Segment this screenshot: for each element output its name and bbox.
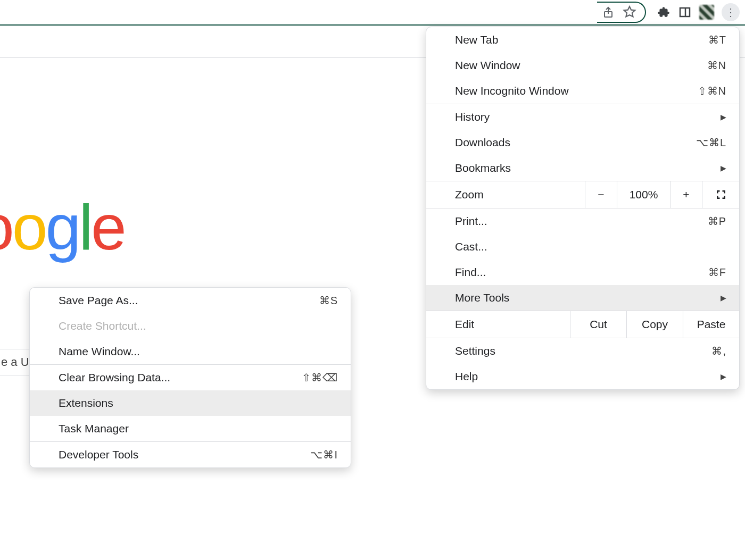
zoom-level: 100% (617, 181, 670, 208)
menu-label: Zoom (426, 181, 585, 208)
menu-label: Extensions (59, 397, 113, 409)
menu-shortcut: ⇧⌘⌫ (302, 371, 338, 384)
menu-shortcut: ⌘N (707, 59, 726, 72)
menu-shortcut: ⌘T (708, 34, 726, 46)
menu-more-tools[interactable]: More Tools ▶ (426, 285, 739, 311)
menu-label: Task Manager (59, 422, 129, 435)
menu-history[interactable]: History ▶ (426, 104, 739, 130)
fullscreen-button[interactable] (702, 181, 739, 208)
more-tools-submenu: Save Page As... ⌘S Create Shortcut... Na… (29, 287, 351, 468)
menu-label: Developer Tools (59, 448, 138, 461)
menu-label: Bookmarks (455, 162, 511, 174)
menu-label: New Tab (455, 34, 498, 46)
browser-toolbar: ⋮ (0, 0, 745, 26)
menu-label: Downloads (455, 136, 510, 149)
bookmark-star-icon[interactable] (623, 5, 636, 19)
chevron-right-icon: ▶ (721, 294, 726, 302)
menu-label: Find... (455, 266, 486, 279)
edit-copy-button[interactable]: Copy (626, 311, 683, 338)
submenu-developer-tools[interactable]: Developer Tools ⌥⌘I (30, 442, 351, 467)
extensions-puzzle-icon[interactable] (657, 5, 670, 19)
submenu-create-shortcut: Create Shortcut... (30, 313, 351, 339)
menu-label: Cast... (455, 240, 487, 253)
submenu-name-window[interactable]: Name Window... (30, 339, 351, 364)
menu-label: Clear Browsing Data... (59, 371, 170, 384)
menu-label: New Incognito Window (455, 85, 569, 97)
menu-find[interactable]: Find... ⌘F (426, 260, 739, 285)
zoom-in-button[interactable]: + (670, 181, 702, 208)
menu-shortcut: ⌘F (708, 266, 726, 279)
menu-new-window[interactable]: New Window ⌘N (426, 53, 739, 78)
menu-label: Settings (455, 345, 495, 357)
google-logo: oogle (0, 190, 125, 264)
search-box-fragment[interactable]: e a U (0, 349, 32, 375)
chevron-right-icon: ▶ (721, 113, 726, 121)
edit-cut-button[interactable]: Cut (570, 311, 626, 338)
menu-print[interactable]: Print... ⌘P (426, 208, 739, 234)
menu-label: Name Window... (59, 345, 140, 358)
profile-avatar[interactable] (699, 5, 714, 20)
menu-label: Create Shortcut... (59, 320, 146, 332)
menu-label: More Tools (455, 291, 509, 304)
omnibox-actions (597, 2, 646, 23)
menu-zoom-row: Zoom − 100% + (426, 181, 739, 208)
zoom-out-button[interactable]: − (585, 181, 617, 208)
edit-paste-button[interactable]: Paste (683, 311, 739, 338)
submenu-clear-browsing-data[interactable]: Clear Browsing Data... ⇧⌘⌫ (30, 365, 351, 390)
menu-shortcut: ⌘, (711, 345, 726, 357)
side-panel-icon[interactable] (678, 5, 692, 19)
menu-label: History (455, 111, 490, 123)
menu-shortcut: ⌘S (319, 294, 338, 307)
menu-shortcut: ⌥⌘L (696, 136, 726, 149)
menu-shortcut: ⌘P (708, 215, 726, 228)
chrome-main-menu: New Tab ⌘T New Window ⌘N New Incognito W… (426, 27, 740, 390)
menu-settings[interactable]: Settings ⌘, (426, 338, 739, 364)
menu-label: Save Page As... (59, 294, 138, 307)
menu-new-tab[interactable]: New Tab ⌘T (426, 27, 739, 53)
menu-cast[interactable]: Cast... (426, 234, 739, 260)
menu-label: New Window (455, 59, 520, 72)
share-icon[interactable] (601, 5, 615, 19)
menu-label: Edit (426, 311, 570, 338)
chevron-right-icon: ▶ (721, 164, 726, 172)
menu-label: Help (455, 370, 478, 383)
menu-help[interactable]: Help ▶ (426, 364, 739, 389)
submenu-save-page[interactable]: Save Page As... ⌘S (30, 288, 351, 313)
submenu-task-manager[interactable]: Task Manager (30, 416, 351, 441)
menu-shortcut: ⌥⌘I (310, 448, 338, 461)
menu-label: Print... (455, 215, 487, 228)
menu-edit-row: Edit Cut Copy Paste (426, 311, 739, 338)
menu-shortcut: ⇧⌘N (698, 85, 726, 97)
kebab-menu-icon[interactable]: ⋮ (722, 3, 740, 21)
submenu-extensions[interactable]: Extensions (30, 390, 351, 416)
menu-bookmarks[interactable]: Bookmarks ▶ (426, 155, 739, 181)
menu-new-incognito[interactable]: New Incognito Window ⇧⌘N (426, 78, 739, 104)
menu-downloads[interactable]: Downloads ⌥⌘L (426, 130, 739, 155)
chevron-right-icon: ▶ (721, 372, 726, 381)
